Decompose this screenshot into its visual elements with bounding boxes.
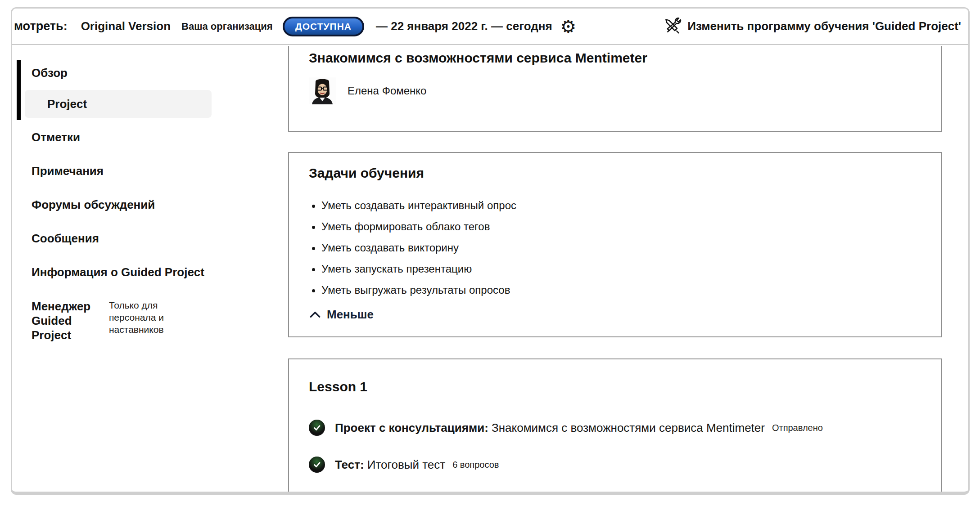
sidebar-item-label: Менеджер Guided Project <box>32 299 109 342</box>
sidebar-item-grades[interactable]: Отметки <box>32 130 80 144</box>
collapse-toggle[interactable]: Меньше <box>310 308 941 322</box>
objectives-title: Задачи обучения <box>309 166 941 181</box>
objective-item: Уметь создавать интерактивный опрос <box>321 198 941 213</box>
sidebar-item-guided-project-info[interactable]: Информация о Guided Project <box>32 265 204 279</box>
window-frame: мотреть: Original Version Ваша организац… <box>11 7 970 495</box>
sidebar-item-label: Сообщения <box>32 232 99 245</box>
edit-program-button[interactable]: Изменить программу обучения 'Guided Proj… <box>664 18 961 36</box>
sidebar-item-label: Обзор <box>32 66 68 80</box>
sidebar-item-label: Отметки <box>32 130 80 144</box>
top-bar: мотреть: Original Version Ваша организац… <box>12 9 968 45</box>
date-range-label: — 22 января 2022 г. — сегодня <box>376 19 552 33</box>
availability-badge[interactable]: ДОСТУПНА <box>283 17 364 36</box>
instructor-avatar <box>309 77 336 104</box>
check-circle-icon <box>309 457 325 473</box>
sidebar-item-notes[interactable]: Примечания <box>32 164 104 178</box>
sidebar-item-guided-project-manager[interactable]: Менеджер Guided Project Только для персо… <box>32 299 181 342</box>
instructor-row: Елена Фоменко <box>309 77 941 104</box>
staff-only-note: Только для персонала и наставников <box>109 299 181 336</box>
active-section-marker <box>17 60 21 120</box>
lesson-title: Lesson 1 <box>309 379 941 394</box>
lesson-item-title: Знакомимся с возможностями сервиса Menti… <box>488 421 765 434</box>
lesson-item-text: Проект с консультациями: Знакомимся с во… <box>335 421 765 435</box>
sidebar-item-overview[interactable]: Обзор <box>32 66 68 80</box>
lesson-item-questions-count: 6 вопросов <box>452 460 499 470</box>
lesson-item-title: Итоговый тест <box>364 458 446 471</box>
lesson-item-quiz[interactable]: Тест: Итоговый тест 6 вопросов <box>309 457 941 473</box>
sidebar-item-label: Информация о Guided Project <box>32 265 204 279</box>
view-mode-label: мотреть: <box>14 19 68 33</box>
course-header-card: Знакомимся с возможностями сервиса Menti… <box>288 46 942 132</box>
lesson-item-type: Проект с консультациями: <box>335 421 488 434</box>
sidebar-subitem-project[interactable]: Project <box>25 90 212 118</box>
lesson-item-status: Отправлено <box>772 423 823 433</box>
lesson-item-guided-project[interactable]: Проект с консультациями: Знакомимся с во… <box>309 420 941 436</box>
objective-item: Уметь запускать презентацию <box>321 261 941 277</box>
objective-item: Уметь выгружать результаты опросов <box>321 282 941 298</box>
lesson-item-text: Тест: Итоговый тест <box>335 458 445 472</box>
objective-item: Уметь формировать облако тегов <box>321 219 941 234</box>
sidebar-item-messages[interactable]: Сообщения <box>32 232 99 246</box>
organization-label: Ваша организация <box>181 21 273 32</box>
learning-objectives-card: Задачи обучения Уметь создавать интеракт… <box>288 152 942 337</box>
sidebar-item-forums[interactable]: Форумы обсуждений <box>32 198 155 212</box>
sidebar-item-label: Форумы обсуждений <box>32 198 155 211</box>
gear-icon[interactable]: ⚙ <box>560 18 577 36</box>
collapse-label: Меньше <box>327 308 374 322</box>
screen: мотреть: Original Version Ваша организац… <box>0 0 980 506</box>
course-sidebar: Обзор Project Отметки Примечания Форумы … <box>12 46 288 492</box>
lesson-item-type: Тест: <box>335 458 364 471</box>
edit-program-label: Изменить программу обучения 'Guided Proj… <box>687 19 961 33</box>
page-title: Знакомимся с возможностями сервиса Menti… <box>309 50 941 66</box>
chevron-up-icon <box>310 311 321 318</box>
lesson-card: Lesson 1 Проект с консультациями: Знаком… <box>288 358 942 495</box>
crossed-tools-icon <box>664 18 682 36</box>
objectives-list: Уметь создавать интерактивный опрос Умет… <box>289 198 941 298</box>
instructor-name: Елена Фоменко <box>348 85 426 97</box>
sidebar-item-label: Примечания <box>32 164 104 178</box>
check-circle-icon <box>309 420 325 436</box>
version-label: Original Version <box>81 19 171 33</box>
sidebar-subitem-label: Project <box>47 97 87 111</box>
objective-item: Уметь создавать викторину <box>321 240 941 255</box>
